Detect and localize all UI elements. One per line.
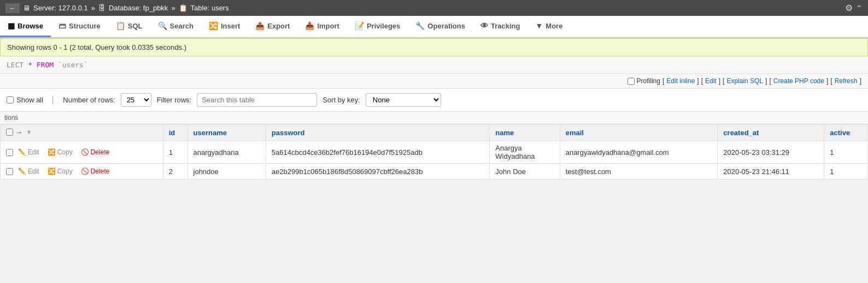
sort-created-at-link[interactable]: created_at — [723, 129, 759, 137]
tab-export[interactable]: 📤 Export — [248, 16, 297, 37]
edit-icon-1: ✏️ — [18, 168, 26, 175]
tab-search-label: Search — [170, 22, 193, 30]
cell-name-0: Anargya Widyadhana — [490, 141, 560, 164]
edit-button-1[interactable]: ✏️ Edit — [15, 166, 43, 176]
th-active: active — [824, 125, 868, 141]
table-icon: 📋 — [179, 4, 187, 12]
th-actions: → ▼ — [1, 125, 163, 141]
copy-button-0[interactable]: 🔀 Copy — [44, 147, 76, 157]
select-all-checkbox[interactable] — [6, 129, 13, 136]
copy-button-1[interactable]: 🔀 Copy — [44, 166, 76, 176]
explain-sql-link[interactable]: Explain SQL — [726, 77, 763, 85]
sort-key-select[interactable]: None PRIMARY (id) — [366, 93, 441, 107]
cell-password-1: ae2b299b1c065b186f8d50869097cbff26ea283b — [266, 164, 490, 180]
th-name: name — [490, 125, 560, 141]
tab-tracking-label: Tracking — [491, 22, 520, 30]
th-username: username — [187, 125, 266, 141]
import-icon: 📥 — [305, 21, 314, 30]
operations-icon: 🔧 — [415, 21, 425, 30]
back-button[interactable]: ← — [5, 3, 20, 13]
cell-id-0: 1 — [163, 141, 187, 164]
filter-label: Filter rows: — [157, 96, 192, 104]
sort-id-link[interactable]: id — [169, 129, 175, 137]
tab-structure[interactable]: 🗃 Structure — [51, 16, 108, 37]
sort-password-link[interactable]: password — [272, 129, 305, 137]
edit-button-0[interactable]: ✏️ Edit — [15, 147, 43, 157]
sep3: [ — [723, 77, 724, 85]
data-table: → ▼ id username password name email crea… — [0, 124, 868, 180]
separator1: » — [91, 4, 95, 12]
tab-sql[interactable]: 📋 SQL — [108, 16, 150, 37]
arrow-right-icon: → — [15, 128, 22, 136]
th-id: id — [163, 125, 187, 141]
sort-username-link[interactable]: username — [193, 129, 227, 137]
controls-bar: Profiling [ Edit inline ] [ Edit ] [ Exp… — [0, 74, 868, 89]
sep7: [ — [830, 77, 832, 85]
info-message: Showing rows 0 - 1 (2 total, Query took … — [7, 43, 186, 51]
search-input[interactable] — [197, 93, 317, 107]
structure-icon: 🗃 — [58, 21, 66, 30]
sort-email-link[interactable]: email — [566, 129, 584, 137]
cell-email-0: anargyawidyadhana@gmail.com — [560, 141, 718, 164]
tab-operations-label: Operations — [427, 22, 465, 30]
tab-export-label: Export — [267, 22, 290, 30]
insert-icon: 🔀 — [209, 21, 218, 30]
tab-search[interactable]: 🔍 Search — [150, 16, 201, 37]
tab-browse-label: Browse — [17, 22, 43, 30]
cell-active-1: 1 — [824, 164, 868, 180]
delete-button-0[interactable]: 🚫 Delete — [78, 147, 113, 157]
tab-insert-label: Insert — [221, 22, 240, 30]
table-section: tions → ▼ id username password name emai… — [0, 112, 868, 180]
create-php-link[interactable]: Create PHP code — [773, 77, 824, 85]
database-icon: 🗄 — [98, 4, 105, 12]
tab-sql-label: SQL — [128, 22, 143, 30]
edit-icon-0: ✏️ — [18, 148, 26, 156]
settings-button[interactable]: ⚙ — [845, 3, 853, 13]
show-all-label[interactable]: Show all — [7, 96, 43, 104]
sep5: [ — [769, 77, 771, 85]
tab-more[interactable]: ▼ More — [527, 16, 570, 37]
profiling-checkbox[interactable] — [627, 78, 635, 85]
sort-active-link[interactable]: active — [830, 129, 850, 137]
edit-inline-link[interactable]: Edit inline — [666, 77, 695, 85]
tab-import[interactable]: 📥 Import — [297, 16, 347, 37]
tab-operations[interactable]: 🔧 Operations — [408, 16, 473, 37]
more-icon: ▼ — [535, 21, 543, 30]
tab-insert[interactable]: 🔀 Insert — [201, 16, 248, 37]
info-bar: Showing rows 0 - 1 (2 total, Query took … — [0, 38, 868, 56]
row-actions-cell: ✏️ Edit 🔀 Copy 🚫 Delete — [1, 164, 163, 180]
cell-username-0: anargyadhana — [187, 141, 266, 164]
sql-table-ref: `users` — [58, 61, 88, 69]
cell-username-1: johndoe — [187, 164, 266, 180]
sort-name-link[interactable]: name — [495, 129, 514, 137]
sep4: ] — [765, 77, 767, 85]
edit-link[interactable]: Edit — [705, 77, 717, 85]
tab-tracking[interactable]: 👁 Tracking — [473, 16, 527, 37]
expand-button[interactable]: ⌃ — [856, 4, 863, 13]
tab-browse[interactable]: ▦ Browse — [0, 16, 51, 37]
cell-name-1: John Doe — [490, 164, 560, 180]
th-created-at: created_at — [718, 125, 824, 141]
delete-button-1[interactable]: 🚫 Delete — [78, 166, 113, 176]
row-actions-cell: ✏️ Edit 🔀 Copy 🚫 Delete — [1, 141, 163, 164]
tracking-icon: 👁 — [480, 21, 488, 30]
export-icon: 📤 — [255, 21, 265, 30]
show-all-checkbox[interactable] — [7, 96, 14, 103]
table-label: Table: users — [191, 4, 229, 12]
refresh-link[interactable]: Refresh — [835, 77, 858, 85]
row-checkbox-0[interactable] — [6, 149, 13, 156]
database-label: Database: fp_pbkk — [109, 4, 168, 12]
server-label: Server: 127.0.0.1 — [33, 4, 88, 12]
sep1: [ — [701, 77, 703, 85]
tab-structure-label: Structure — [69, 22, 101, 30]
tab-privileges[interactable]: 📝 Privileges — [347, 16, 408, 37]
sep8: ] — [860, 77, 861, 85]
rows-select[interactable]: 25 50 100 — [121, 93, 151, 107]
profiling-label: Profiling — [637, 77, 660, 85]
bracket-open: [ — [662, 77, 664, 85]
profiling-checkbox-label[interactable]: Profiling — [627, 77, 660, 85]
cell-password-0: 5a614cbcd4ce36b2fef76b16194e0d7f51925adb — [266, 141, 490, 164]
row-checkbox-1[interactable] — [6, 168, 13, 175]
rows-label: Number of rows: — [63, 96, 115, 104]
tab-import-label: Import — [317, 22, 339, 30]
